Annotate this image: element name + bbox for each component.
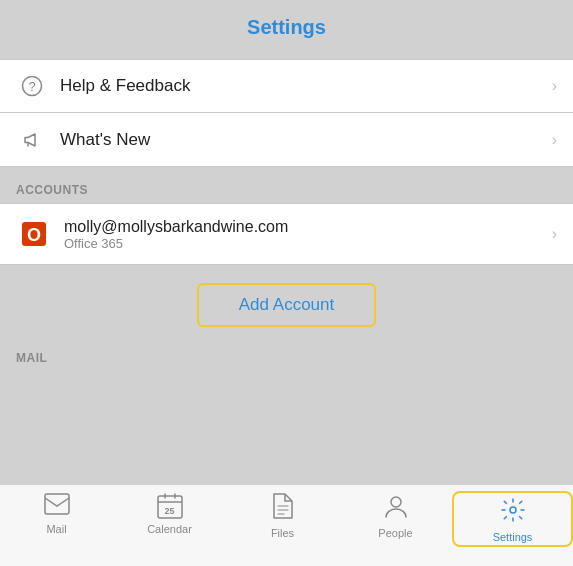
mail-icon	[44, 493, 70, 519]
svg-point-6	[391, 497, 401, 507]
settings-tab-icon	[500, 497, 526, 527]
people-tab-label: People	[378, 527, 412, 539]
account-email: molly@mollysbarkandwine.com	[64, 218, 552, 236]
tab-files[interactable]: Files	[226, 493, 339, 539]
help-icon: ?	[16, 75, 48, 97]
files-tab-label: Files	[271, 527, 294, 539]
page-title: Settings	[247, 16, 326, 38]
accounts-section-header: ACCOUNTS	[0, 167, 573, 203]
svg-rect-4	[45, 494, 69, 514]
chevron-icon: ›	[552, 131, 557, 149]
svg-text:O: O	[27, 225, 41, 245]
accounts-section: ACCOUNTS O molly@mollysbarkandwine.com O…	[0, 167, 573, 341]
calendar-icon: 25	[157, 493, 183, 519]
megaphone-icon	[16, 129, 48, 151]
calendar-tab-label: Calendar	[147, 523, 192, 535]
tab-bar: Mail 25 Calendar Files	[0, 484, 573, 566]
settings-list: ? Help & Feedback › What's New ›	[0, 59, 573, 167]
files-icon	[272, 493, 294, 523]
header: Settings	[0, 0, 573, 51]
settings-row-help-feedback[interactable]: ? Help & Feedback ›	[0, 59, 573, 113]
tab-calendar[interactable]: 25 Calendar	[113, 493, 226, 535]
settings-row-whats-new[interactable]: What's New ›	[0, 113, 573, 167]
svg-text:?: ?	[28, 79, 35, 94]
whats-new-label: What's New	[60, 130, 552, 150]
tab-mail[interactable]: Mail	[0, 493, 113, 535]
mail-tab-label: Mail	[46, 523, 66, 535]
settings-tab-label: Settings	[493, 531, 533, 543]
add-account-button[interactable]: Add Account	[197, 283, 376, 327]
account-info: molly@mollysbarkandwine.com Office 365	[64, 218, 552, 251]
help-feedback-label: Help & Feedback	[60, 76, 552, 96]
tab-people[interactable]: People	[339, 493, 452, 539]
calendar-date: 25	[157, 507, 183, 516]
account-type: Office 365	[64, 236, 552, 251]
mail-section-header: MAIL	[0, 341, 573, 369]
chevron-icon: ›	[552, 225, 557, 243]
svg-point-7	[510, 507, 516, 513]
office-icon: O	[16, 216, 52, 252]
people-icon	[383, 493, 409, 523]
add-account-container: Add Account	[0, 265, 573, 341]
chevron-icon: ›	[552, 77, 557, 95]
account-row[interactable]: O molly@mollysbarkandwine.com Office 365…	[0, 203, 573, 265]
tab-settings[interactable]: Settings	[452, 491, 573, 547]
